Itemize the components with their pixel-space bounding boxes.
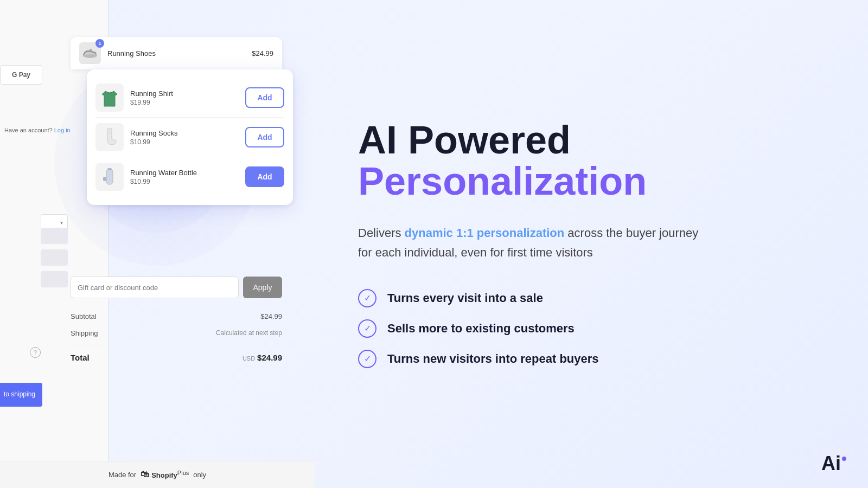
feature-text-2: Sells more to existing customers: [387, 322, 575, 336]
login-link[interactable]: Log in: [54, 127, 71, 133]
upsell-shirt-image: [95, 84, 124, 112]
cart-product-name: Running Shoes: [107, 49, 252, 57]
cart-product-image: 1: [79, 42, 101, 64]
shipping-btn-label: to shipping: [4, 390, 35, 399]
cart-badge: 1: [95, 39, 104, 48]
account-text: Have an account?: [4, 127, 53, 133]
total-row: Total USD$24.99: [71, 346, 282, 367]
shipping-value: Calculated at next step: [216, 329, 282, 337]
made-for-text: Made for: [108, 471, 136, 479]
chevron-down-icon: ▾: [60, 220, 63, 226]
account-section: Have an account? Log in: [0, 125, 87, 136]
check-circle-2: ✓: [358, 319, 376, 338]
ai-dot: [842, 457, 846, 461]
feature-item-3: ✓ Turns new visitors into repeat buyers: [358, 350, 825, 368]
summary-divider: [71, 344, 282, 344]
upsell-bottle-info: Running Water Bottle $10.99: [130, 169, 245, 185]
add-bottle-button[interactable]: Add: [245, 166, 284, 187]
footer-bar: Made for 🛍 ShopifyPlus only: [0, 461, 315, 488]
form-field-4: [41, 271, 68, 287]
feature-text-1: Turns every visit into a sale: [387, 291, 543, 305]
left-panel: G Pay Have an account? Log in ▾ ? 1: [0, 0, 315, 488]
upsell-shirt-price: $19.99: [130, 99, 245, 106]
add-socks-button[interactable]: Add: [245, 127, 284, 147]
add-shirt-button[interactable]: Add: [245, 87, 284, 108]
right-panel: AI Powered Personalization Delivers dyna…: [315, 0, 868, 488]
order-summary: Subtotal $24.99 Shipping Calculated at n…: [71, 308, 282, 367]
cart-product-price: $24.99: [252, 49, 273, 57]
check-icon-2: ✓: [364, 323, 371, 333]
headline-ai: AI Powered: [358, 120, 825, 161]
shipping-label: Shipping: [71, 329, 98, 337]
check-icon-3: ✓: [364, 354, 371, 364]
apply-button[interactable]: Apply: [243, 277, 282, 298]
cart-header-product: 1 Running Shoes $24.99: [79, 42, 273, 64]
gpay-label: G Pay: [12, 71, 30, 79]
subtotal-row: Subtotal $24.99: [71, 308, 282, 325]
feature-text-3: Turns new visitors into repeat buyers: [387, 352, 599, 366]
shopify-logo: 🛍 ShopifyPlus: [141, 470, 189, 479]
shipping-row: Shipping Calculated at next step: [71, 325, 282, 342]
description-highlight: dynamic 1:1 personalization: [405, 226, 565, 240]
discount-section: Apply: [71, 277, 282, 298]
total-value: $24.99: [257, 353, 282, 362]
only-text: only: [193, 471, 206, 479]
upsell-bottle-price: $10.99: [130, 178, 245, 185]
shopify-label: ShopifyPlus: [151, 470, 189, 479]
total-label: Total: [71, 353, 90, 362]
upsell-item-socks: Running Socks $10.99 Add: [95, 118, 284, 157]
check-circle-1: ✓: [358, 289, 376, 307]
upsell-socks-price: $10.99: [130, 138, 245, 146]
description: Delivers dynamic 1:1 personalization acr…: [358, 223, 705, 261]
upsell-shirt-info: Running Shirt $19.99: [130, 89, 245, 106]
subtotal-label: Subtotal: [71, 312, 97, 320]
features-list: ✓ Turns every visit into a sale ✓ Sells …: [358, 289, 825, 368]
upsell-popup: Running Shirt $19.99 Add Running Socks $…: [87, 69, 293, 205]
form-field-3: [41, 249, 68, 266]
total-amount: USD$24.99: [242, 353, 282, 362]
discount-input[interactable]: [71, 277, 239, 298]
upsell-bottle-name: Running Water Bottle: [130, 169, 245, 177]
gpay-button[interactable]: G Pay: [0, 65, 42, 85]
feature-item-1: ✓ Turns every visit into a sale: [358, 289, 825, 307]
upsell-socks-name: Running Socks: [130, 129, 245, 137]
svg-rect-3: [106, 169, 113, 184]
form-field-2: [41, 228, 68, 244]
upsell-socks-image: [95, 123, 124, 151]
upsell-shirt-name: Running Shirt: [130, 89, 245, 98]
cart-header: 1 Running Shoes $24.99: [71, 37, 282, 69]
total-currency: USD: [242, 355, 255, 362]
svg-rect-5: [103, 177, 106, 181]
shopify-bag-icon: 🛍: [141, 470, 149, 479]
svg-rect-4: [107, 168, 112, 170]
headline-personalization: Personalization: [358, 161, 825, 202]
upsell-bottle-image: [95, 163, 124, 191]
ai-logo: Ai: [821, 452, 846, 475]
subtotal-value: $24.99: [260, 312, 282, 320]
feature-item-2: ✓ Sells more to existing customers: [358, 319, 825, 338]
check-circle-3: ✓: [358, 350, 376, 368]
upsell-item-shirt: Running Shirt $19.99 Add: [95, 78, 284, 118]
upsell-item-bottle: Running Water Bottle $10.99 Add: [95, 157, 284, 196]
continue-to-shipping-button[interactable]: to shipping: [0, 383, 42, 407]
upsell-socks-info: Running Socks $10.99: [130, 129, 245, 146]
check-icon-1: ✓: [364, 293, 371, 303]
help-icon[interactable]: ?: [30, 347, 41, 358]
headline: AI Powered Personalization: [358, 120, 825, 223]
